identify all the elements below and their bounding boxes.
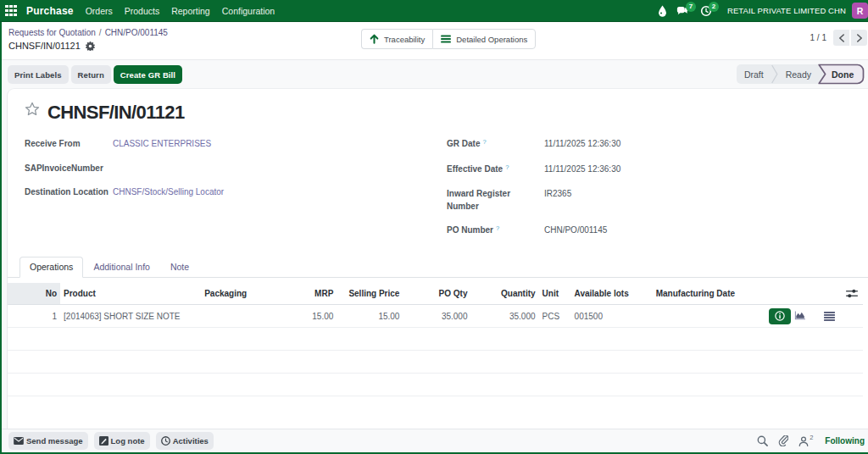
- focus-drop-button[interactable]: [655, 0, 670, 22]
- paperclip-icon: [778, 435, 788, 446]
- field-inward-register-number: Inward Register Number IR2365: [447, 188, 868, 213]
- control-panel: Requests for Quotation/CHN/PO/001145 CHN…: [2, 22, 868, 59]
- column-header-selling-price[interactable]: Selling Price: [337, 283, 403, 305]
- record-title: CHNSF/IN/01121: [47, 102, 185, 124]
- breadcrumb-requests-for-quotation[interactable]: Requests for Quotation: [8, 28, 96, 37]
- settings-gear-button[interactable]: [86, 42, 95, 51]
- activities-button[interactable]: 2: [698, 0, 714, 22]
- column-header-available-lots[interactable]: Available lots: [573, 283, 654, 305]
- field-value-link[interactable]: CHNSF/Stock/Selling Locator: [113, 186, 224, 199]
- empty-row[interactable]: [8, 351, 863, 374]
- log-note-label: Log note: [111, 436, 145, 446]
- column-header-product[interactable]: Product: [60, 283, 201, 305]
- lot-info-button[interactable]: [769, 308, 791, 324]
- column-header-unit[interactable]: Unit: [539, 283, 573, 305]
- company-name[interactable]: RETAIL PRIVATE LIMITED CHN: [727, 6, 846, 15]
- field-group-left: Receive From CLASSIC ENTERPRISES SAPInvo…: [25, 138, 447, 250]
- cell-packaging[interactable]: [201, 305, 281, 328]
- empty-row[interactable]: [8, 374, 863, 396]
- app-name[interactable]: Purchase: [26, 5, 74, 17]
- status-step-draft[interactable]: Draft: [737, 64, 771, 84]
- envelope-icon: [14, 437, 24, 445]
- list-lines-icon: [441, 35, 451, 43]
- detailed-operations-label: Detailed Operations: [456, 35, 527, 44]
- pager-next-button[interactable]: [851, 30, 867, 46]
- cell-selling-price[interactable]: 15.00: [337, 305, 403, 328]
- cell-no[interactable]: 1: [8, 305, 60, 328]
- send-message-label: Send message: [26, 436, 83, 446]
- field-value[interactable]: 11/11/2025 12:36:30: [544, 138, 620, 152]
- activities-badge: 2: [709, 2, 719, 12]
- breadcrumb-po-number[interactable]: CHN/PO/001145: [105, 28, 168, 37]
- detailed-operations-button[interactable]: Detailed Operations: [432, 29, 536, 49]
- operations-table: No Product Packaging MRP Selling Price P…: [8, 283, 863, 397]
- table-header-row: No Product Packaging MRP Selling Price P…: [8, 283, 863, 305]
- cell-po-qty[interactable]: 35.000: [403, 305, 470, 328]
- menu-configuration[interactable]: Configuration: [216, 0, 281, 21]
- pager: 1 / 1: [810, 30, 867, 46]
- menu-products[interactable]: Products: [119, 0, 165, 21]
- search-messages-button[interactable]: [757, 435, 768, 446]
- favorite-star-icon[interactable]: [25, 102, 40, 116]
- chatter-bar: Send message Log note Activities: [2, 429, 868, 452]
- top-navbar: Purchase Orders Products Reporting Confi…: [0, 0, 868, 22]
- tab-operations[interactable]: Operations: [19, 257, 83, 278]
- detailed-list-button[interactable]: [824, 312, 835, 321]
- chatter-tools: 2 Following: [757, 435, 868, 446]
- tab-note[interactable]: Note: [160, 257, 199, 278]
- cell-quantity[interactable]: 35.000: [470, 305, 538, 328]
- column-header-po-qty[interactable]: PO Qty: [403, 283, 470, 305]
- field-value[interactable]: IR2365: [544, 188, 571, 213]
- gear-icon: [86, 42, 95, 51]
- follower-count: 2: [810, 434, 813, 441]
- status-step-done-label: Done: [832, 64, 854, 84]
- apps-menu-button[interactable]: [1, 0, 21, 22]
- field-value[interactable]: CHN/PO/001145: [544, 224, 607, 238]
- field-value[interactable]: 11/11/2025 12:36:30: [544, 163, 620, 177]
- cell-manufacturing-date[interactable]: [654, 305, 754, 328]
- help-question-mark: ?: [505, 163, 509, 171]
- column-header-packaging[interactable]: Packaging: [201, 283, 281, 305]
- messages-button[interactable]: 7: [676, 0, 691, 22]
- following-button[interactable]: Following: [825, 436, 865, 446]
- pager-counter: 1 / 1: [810, 33, 826, 42]
- traceability-button[interactable]: Traceability: [361, 29, 432, 49]
- empty-row[interactable]: [8, 328, 863, 351]
- send-message-button[interactable]: Send message: [8, 432, 88, 450]
- search-icon: [757, 435, 768, 446]
- menu-orders[interactable]: Orders: [80, 0, 119, 21]
- activities-schedule-button[interactable]: Activities: [156, 432, 214, 450]
- field-po-number: PO Number? CHN/PO/001145: [447, 224, 868, 238]
- status-step-ready[interactable]: Ready: [778, 64, 819, 84]
- traceability-label: Traceability: [384, 35, 425, 44]
- column-header-manufacturing-date[interactable]: Manufacturing Date: [654, 283, 754, 305]
- forecast-chart-button[interactable]: [793, 311, 805, 321]
- create-gr-bill-button[interactable]: Create GR Bill: [114, 65, 182, 84]
- menu-reporting[interactable]: Reporting: [165, 0, 216, 21]
- tab-additional-info[interactable]: Additional Info: [83, 257, 160, 278]
- print-labels-button[interactable]: Print Labels: [8, 65, 69, 84]
- cell-unit[interactable]: PCS: [539, 305, 573, 328]
- cell-product[interactable]: [2014063] SHORT SIZE NOTE: [60, 305, 201, 328]
- status-bar: Draft Ready Done: [737, 64, 863, 84]
- user-avatar[interactable]: R: [852, 3, 868, 19]
- return-button[interactable]: Return: [71, 65, 111, 84]
- note-pencil-icon: [99, 436, 108, 446]
- info-icon: [775, 311, 785, 321]
- log-note-button[interactable]: Log note: [94, 432, 150, 450]
- field-destination-location: Destination Location CHNSF/Stock/Selling…: [25, 186, 447, 199]
- attachments-button[interactable]: [778, 435, 788, 446]
- cell-available-lots[interactable]: 001500: [573, 305, 654, 328]
- column-header-mrp[interactable]: MRP: [281, 283, 337, 305]
- column-header-no[interactable]: No: [8, 283, 60, 305]
- followers-button[interactable]: 2: [798, 436, 813, 446]
- column-header-quantity[interactable]: Quantity: [470, 283, 538, 305]
- apps-grid-icon: [5, 5, 17, 17]
- status-step-done[interactable]: Done: [819, 64, 863, 84]
- table-row[interactable]: 1 [2014063] SHORT SIZE NOTE 15.00 15.00 …: [8, 305, 863, 328]
- view-buttons: Traceability Detailed Operations: [361, 29, 536, 49]
- pager-previous-button[interactable]: [833, 30, 849, 46]
- cell-mrp[interactable]: 15.00: [281, 305, 337, 328]
- optional-columns-button[interactable]: [841, 289, 863, 298]
- field-value-link[interactable]: CLASSIC ENTERPRISES: [113, 138, 211, 151]
